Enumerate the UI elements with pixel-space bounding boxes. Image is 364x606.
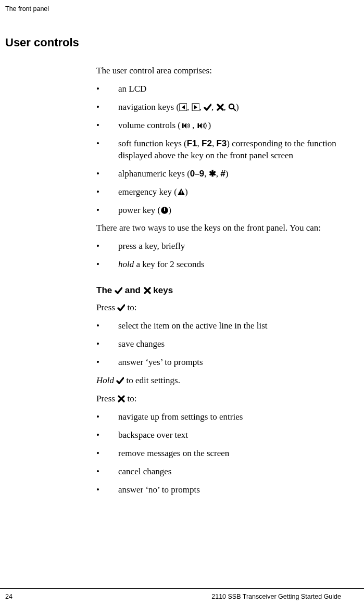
list-item: backspace over text [96,430,341,441]
text: ) [185,187,188,197]
paragraph: There are two ways to use the keys on th… [96,222,341,234]
text: ) [236,102,239,112]
list-item: remove messages on the screen [96,448,341,460]
key-label: 9 [199,169,204,179]
section-title: User controls [5,36,341,49]
list-item: volume controls (, ) [96,120,341,132]
list-item: navigate up from settings to entries [96,411,341,423]
check-key-actions-list: select the item on the active line in th… [96,320,341,369]
sub-section-title: The and keys [96,285,341,296]
paragraph: Press to: [96,302,341,314]
list-item: soft function keys (F1, F2, F3) correspo… [96,138,341,162]
keypress-methods-list: press a key, briefly hold a key for 2 se… [96,241,341,271]
list-item: press a key, briefly [96,241,341,253]
list-item: hold a key for 2 seconds [96,259,341,271]
volume-low-icon [181,122,192,129]
user-controls-list: an LCD navigation keys (, , , , ) volume… [96,83,341,217]
cross-key-actions-list: navigate up from settings to entries bac… [96,411,341,496]
check-icon [117,304,125,311]
text: Press [96,302,117,312]
magnify-icon [228,103,236,111]
text: ) [225,169,229,179]
key-label: # [220,169,225,179]
text: volume controls ( [118,120,181,130]
footer-title: 2110 SSB Transceiver Getting Started Gui… [211,593,341,606]
text: – [195,169,199,179]
list-item: navigation keys (, , , , ) [96,102,341,113]
text: a key for 2 seconds [134,259,205,269]
list-item: an LCD [96,83,341,95]
text: to: [125,394,136,403]
scroll-right-icon [192,103,199,111]
text: The [96,285,115,295]
check-icon [116,376,124,384]
text: ) [168,205,171,215]
cross-icon [143,286,151,294]
text: Press [96,394,117,403]
text: to: [125,302,136,312]
text: soft function keys ( [118,138,187,148]
text: alphanumeric keys ( [118,169,190,179]
text: keys [151,285,173,295]
text: and [122,285,143,295]
list-item: answer ‘yes’ to prompts [96,357,341,369]
page-number: 24 [5,593,12,606]
key-label: F1 [187,138,197,148]
running-header: The front panel [5,5,341,12]
list-item: save changes [96,338,341,350]
key-label: ✱ [209,169,216,179]
intro-paragraph: The user control area comprises: [96,65,341,77]
paragraph: Hold to edit settings. [96,375,341,387]
list-item: alphanumeric keys (0–9, ✱, #) [96,168,341,180]
text-italic: Hold [96,375,114,385]
list-item: answer ‘no’ to prompts [96,484,341,496]
volume-high-icon [196,122,208,129]
page-footer: 24 2110 SSB Transceiver Getting Started … [0,588,364,606]
power-icon [160,206,168,214]
text-italic: hold [118,259,134,269]
key-label: 0 [190,169,195,179]
list-item: power key () [96,205,341,217]
text: navigation keys ( [118,102,179,112]
check-icon [204,103,211,111]
text: to edit settings. [124,375,180,385]
check-icon [115,286,122,294]
text: power key ( [118,205,160,215]
text: emergency key ( [118,187,177,197]
warning-icon [177,188,185,196]
key-label: F3 [216,138,227,148]
list-item: cancel changes [96,466,341,478]
cross-icon [216,103,224,111]
list-item: select the item on the active line in th… [96,320,341,332]
cross-icon [117,395,125,402]
scroll-left-icon [179,103,187,111]
list-item: emergency key () [96,186,341,198]
key-label: F2 [202,138,212,148]
paragraph: Press to: [96,393,341,405]
body-content: The user control area comprises: an LCD … [96,65,341,496]
text: ) [208,120,211,130]
